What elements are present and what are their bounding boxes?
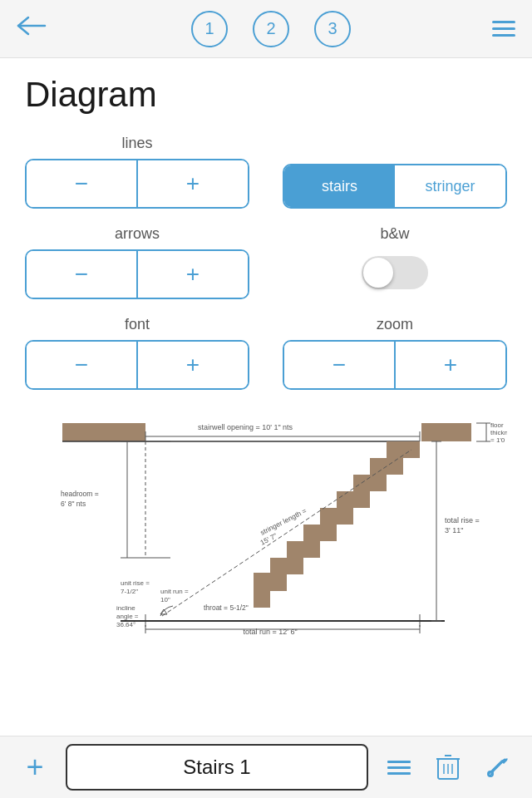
- svg-text:3' 11": 3' 11": [445, 526, 463, 534]
- svg-text:throat = 5-1/2": throat = 5-1/2": [204, 603, 249, 612]
- svg-text:unit rise =: unit rise =: [121, 579, 150, 587]
- zoom-btn-group: − +: [283, 340, 507, 390]
- step-3-button[interactable]: 3: [314, 11, 351, 47]
- svg-text:floor: floor: [490, 421, 504, 429]
- settings-wrench-button[interactable]: [479, 754, 515, 781]
- zoom-plus-button[interactable]: +: [396, 342, 505, 388]
- zoom-group: zoom − +: [283, 316, 507, 390]
- lines-minus-button[interactable]: −: [27, 160, 138, 207]
- lines-plus-button[interactable]: +: [138, 160, 248, 207]
- main-content: Diagram lines − + stairs stringer arrows…: [0, 58, 532, 736]
- stairs-segment-button[interactable]: stairs: [284, 165, 395, 207]
- lines-btn-group: − +: [25, 159, 249, 209]
- lines-group: lines − +: [25, 135, 249, 209]
- font-plus-button[interactable]: +: [138, 342, 248, 388]
- svg-text:6' 8" nts: 6' 8" nts: [61, 500, 86, 508]
- arrows-btn-group: − +: [25, 249, 249, 299]
- step-1-button[interactable]: 1: [191, 11, 228, 47]
- svg-text:10": 10": [160, 596, 170, 603]
- font-label: font: [25, 316, 249, 333]
- current-item-button[interactable]: Stairs 1: [66, 744, 368, 791]
- svg-text:stairwell opening = 10' 1" nts: stairwell opening = 10' 1" nts: [198, 423, 293, 431]
- bottom-bar: + Stairs 1: [0, 736, 532, 798]
- stringer-segment-button[interactable]: stringer: [395, 165, 505, 207]
- font-group: font − +: [25, 316, 249, 390]
- svg-text:7-1/2": 7-1/2": [121, 588, 138, 595]
- svg-point-52: [488, 771, 493, 776]
- bw-label: b&w: [380, 225, 409, 243]
- arrows-group: arrows − +: [25, 225, 249, 299]
- svg-text:total rise =: total rise =: [445, 516, 480, 525]
- toggle-knob: [363, 258, 393, 288]
- back-button[interactable]: [17, 14, 50, 43]
- svg-rect-1: [62, 423, 145, 441]
- bw-toggle[interactable]: [362, 256, 428, 289]
- svg-text:unit run =: unit run =: [160, 588, 189, 595]
- font-zoom-row: font − + zoom − +: [25, 316, 507, 390]
- bw-group: b&w: [283, 225, 507, 289]
- stairs-stringer-segmented: stairs stringer: [283, 164, 507, 209]
- nav-steps: 1 2 3: [191, 11, 351, 47]
- svg-text:angle =: angle =: [116, 613, 139, 620]
- add-item-button[interactable]: +: [17, 750, 53, 785]
- svg-text:36.64°: 36.64°: [116, 621, 135, 628]
- arrows-label: arrows: [25, 225, 249, 243]
- font-minus-button[interactable]: −: [27, 342, 138, 388]
- step-2-button[interactable]: 2: [253, 11, 289, 47]
- arrows-plus-button[interactable]: +: [138, 251, 248, 298]
- list-icon-button[interactable]: [381, 761, 417, 775]
- zoom-minus-button[interactable]: −: [284, 342, 396, 388]
- lines-label: lines: [25, 135, 249, 152]
- svg-text:incline: incline: [116, 604, 135, 612]
- lines-controls-row: lines − + stairs stringer: [25, 135, 507, 209]
- stairs-stringer-toggle-group: stairs stringer: [283, 135, 507, 209]
- arrows-minus-button[interactable]: −: [27, 251, 138, 298]
- arrows-bw-row: arrows − + b&w: [25, 225, 507, 299]
- zoom-label: zoom: [283, 316, 507, 333]
- page-title: Diagram: [25, 75, 507, 115]
- menu-button[interactable]: [492, 21, 515, 37]
- font-btn-group: − +: [25, 340, 249, 390]
- svg-text:thickness: thickness: [490, 429, 507, 436]
- svg-rect-7: [421, 423, 471, 441]
- svg-text:= 1'0: = 1'0: [490, 436, 505, 444]
- top-navigation: 1 2 3: [0, 0, 532, 58]
- delete-button[interactable]: [430, 754, 466, 781]
- svg-text:headroom =: headroom =: [61, 490, 99, 498]
- stair-diagram: stairwell opening = 10' 1" nts floor thi…: [25, 406, 507, 648]
